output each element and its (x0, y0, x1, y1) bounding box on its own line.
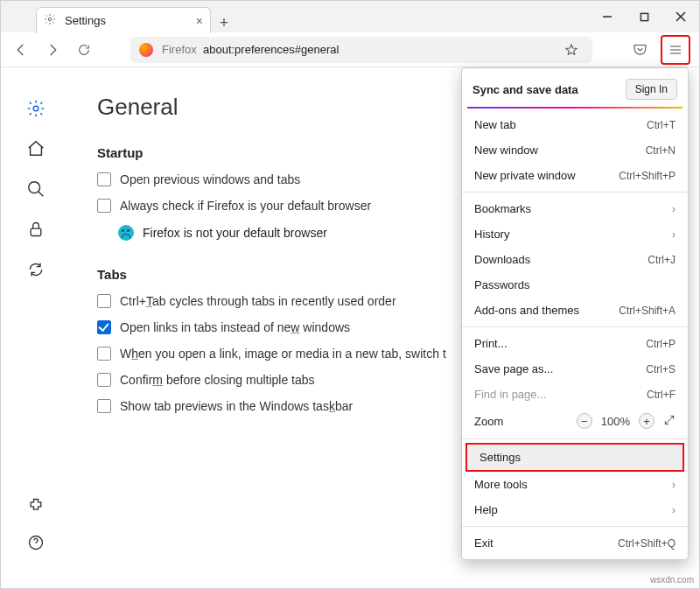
svg-rect-11 (31, 228, 41, 235)
sidebar-privacy-icon[interactable] (25, 219, 46, 240)
url-text: Firefox about:preferences#general (162, 43, 339, 56)
close-tab-icon[interactable]: × (196, 14, 203, 28)
menu-find[interactable]: Find in page...Ctrl+F (462, 382, 688, 407)
checkbox[interactable] (97, 199, 111, 213)
toolbar: Firefox about:preferences#general (1, 32, 699, 67)
firefox-logo-icon (139, 43, 153, 57)
zoom-out-button[interactable]: − (577, 413, 592, 429)
menu-exit[interactable]: ExitCtrl+Shift+Q (462, 530, 688, 556)
menu-downloads[interactable]: DownloadsCtrl+J (462, 247, 688, 272)
sad-face-icon (118, 225, 134, 241)
reload-button[interactable] (73, 39, 95, 61)
menu-new-window[interactable]: New windowCtrl+N (462, 137, 688, 163)
zoom-value: 100% (601, 415, 630, 428)
svg-line-10 (38, 192, 44, 197)
fullscreen-icon[interactable] (663, 414, 676, 429)
menu-new-private[interactable]: New private windowCtrl+Shift+P (462, 163, 688, 188)
sidebar-help-icon[interactable] (25, 532, 46, 553)
menu-print[interactable]: Print...Ctrl+P (462, 331, 688, 356)
back-button[interactable] (10, 39, 32, 61)
chevron-right-icon: › (672, 503, 676, 516)
app-menu-highlight (661, 35, 690, 65)
confirm-label: Confirm before closing multiple tabs (120, 373, 315, 387)
menu-help[interactable]: Help› (462, 497, 688, 522)
minimize-button[interactable] (589, 4, 626, 29)
zoom-in-button[interactable]: + (639, 413, 654, 429)
svg-point-8 (33, 106, 38, 111)
checkbox[interactable] (97, 373, 111, 387)
hamburger-menu-button[interactable] (663, 38, 688, 62)
checkbox[interactable] (97, 172, 111, 186)
app-menu-panel: Sync and save data Sign In New tabCtrl+T… (461, 67, 689, 560)
open-previous-label: Open previous windows and tabs (120, 172, 300, 186)
sidebar-search-icon[interactable] (25, 179, 46, 200)
gear-icon (44, 13, 56, 28)
chevron-right-icon: › (672, 478, 676, 491)
sign-in-button[interactable]: Sign In (626, 79, 677, 100)
menu-new-tab[interactable]: New tabCtrl+T (462, 112, 688, 137)
gradient-divider (467, 107, 682, 109)
checkbox[interactable] (97, 294, 111, 308)
bookmark-star-icon[interactable] (559, 38, 584, 62)
menu-bookmarks[interactable]: Bookmarks› (462, 196, 688, 221)
menu-more-tools[interactable]: More tools› (462, 472, 688, 497)
sync-heading: Sync and save data (472, 83, 578, 96)
forward-button[interactable] (41, 39, 64, 61)
menu-passwords[interactable]: Passwords (462, 272, 688, 298)
sidebar-extensions-icon[interactable] (25, 495, 46, 516)
close-window-button[interactable] (662, 4, 699, 29)
checkbox[interactable] (97, 399, 111, 413)
menu-save[interactable]: Save page as...Ctrl+S (462, 356, 688, 382)
always-check-label: Always check if Firefox is your default … (120, 199, 371, 213)
ctrl-tab-label: Ctrl+Tab cycles through tabs in recently… (120, 294, 396, 308)
sidebar-home-icon[interactable] (25, 138, 46, 159)
checkbox-checked[interactable] (97, 320, 111, 334)
checkbox[interactable] (97, 347, 111, 361)
svg-point-0 (48, 18, 52, 21)
watermark: wsxdn.com (650, 575, 694, 585)
chevron-right-icon: › (672, 202, 676, 215)
sidebar-sync-icon[interactable] (25, 259, 46, 280)
previews-label: Show tab previews in the Windows taskbar (120, 399, 353, 413)
sidebar-general-icon[interactable] (25, 98, 46, 119)
open-links-label: Open links in tabs instead of new window… (120, 320, 350, 334)
browser-tab[interactable]: Settings × (36, 7, 211, 33)
svg-point-9 (29, 182, 40, 193)
menu-zoom: Zoom − 100% + (462, 407, 688, 435)
maximize-button[interactable] (626, 4, 662, 29)
titlebar: Settings × + (1, 1, 699, 32)
chevron-right-icon: › (672, 228, 676, 241)
menu-history[interactable]: History› (462, 221, 688, 247)
menu-addons[interactable]: Add-ons and themesCtrl+Shift+A (462, 298, 688, 323)
pocket-icon[interactable] (627, 38, 652, 62)
svg-rect-2 (640, 13, 648, 20)
new-tab-button[interactable]: + (211, 14, 237, 32)
switch-label: When you open a link, image or media in … (120, 347, 446, 361)
menu-settings[interactable]: Settings (466, 443, 684, 472)
url-bar[interactable]: Firefox about:preferences#general (130, 37, 592, 63)
settings-sidebar (1, 67, 71, 588)
tab-title: Settings (65, 14, 187, 27)
